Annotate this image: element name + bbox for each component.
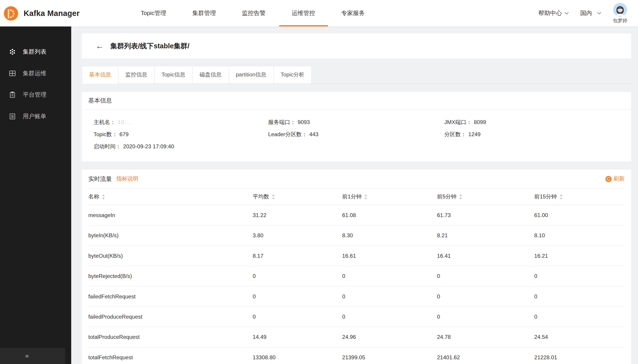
field-value: 443 bbox=[309, 131, 319, 137]
tab-topic-analysis[interactable]: Topic分析 bbox=[273, 66, 312, 84]
cell-metric-name: messageIn bbox=[88, 205, 253, 225]
table-row: byteIn(KB/s) 3.80 8.30 8.21 8.10 bbox=[88, 225, 624, 246]
cell-metric-name: failedProduceRequest bbox=[88, 307, 253, 327]
cell-value: 0 bbox=[342, 307, 437, 327]
sidebar-item-cluster-list[interactable]: 集群列表 bbox=[0, 41, 71, 63]
cell-value: 24.54 bbox=[534, 327, 625, 347]
cluster-ops-icon bbox=[9, 70, 16, 77]
nav-item-expert-service[interactable]: 专家服务 bbox=[334, 0, 372, 26]
breadcrumb-card: ← 集群列表/线下stable集群/ bbox=[82, 33, 631, 58]
cluster-list-icon bbox=[9, 48, 16, 55]
column-header-last-1min[interactable]: 前1分钟 bbox=[342, 188, 437, 205]
cell-value: 16.21 bbox=[534, 246, 625, 266]
sidebar-item-user-bill[interactable]: 用户账单 bbox=[0, 106, 71, 127]
nav-item-monitor-alert[interactable]: 监控告警 bbox=[235, 0, 272, 26]
chevron-down-icon bbox=[565, 10, 569, 14]
field-topic-count: Topic数：679 bbox=[94, 128, 268, 140]
sidebar-item-label: 集群列表 bbox=[23, 48, 46, 56]
sidebar-collapse-button[interactable]: « bbox=[0, 348, 65, 364]
cell-value: 0 bbox=[534, 266, 625, 286]
field-partition-count: 分区数：1249 bbox=[444, 128, 624, 140]
cell-value: 0 bbox=[342, 266, 437, 286]
tab-partition-info[interactable]: partition信息 bbox=[229, 66, 274, 84]
cell-value: 0 bbox=[253, 307, 342, 327]
field-value: 9093 bbox=[298, 119, 310, 125]
sort-icon bbox=[559, 194, 562, 200]
help-center-label: 帮助中心 bbox=[538, 10, 562, 17]
user-menu[interactable]: 包梦婷 bbox=[613, 3, 627, 24]
refresh-button[interactable]: 刷新 bbox=[605, 175, 624, 183]
field-label: 启动时间： bbox=[94, 143, 121, 150]
cell-metric-name: byteOut(KB/s) bbox=[88, 246, 253, 266]
sidebar-item-cluster-ops[interactable]: 集群运维 bbox=[0, 63, 71, 84]
cell-value: 0 bbox=[534, 307, 625, 327]
sidebar-item-label: 集群运维 bbox=[23, 70, 46, 77]
realtime-traffic-panel: 实时流量 指标说明 刷新 bbox=[82, 170, 631, 364]
tab-basic-info[interactable]: 基本信息 bbox=[82, 66, 119, 84]
basic-info-panel: 基本信息 主机名：10.... 服务端口：9093 JMX端口：8099 Top… bbox=[82, 92, 631, 161]
field-label: 服务端口： bbox=[268, 119, 296, 125]
column-header-last-15min[interactable]: 前15分钟 bbox=[534, 188, 625, 205]
table-row: totalProduceRequest 14.49 24.96 24.78 24… bbox=[88, 327, 624, 347]
column-header-last-5min[interactable]: 前5分钟 bbox=[437, 188, 534, 205]
basic-info-fields: 主机名：10.... 服务端口：9093 JMX端口：8099 Topic数：6… bbox=[82, 110, 631, 161]
refresh-label: 刷新 bbox=[614, 175, 625, 183]
field-label: 主机名： bbox=[94, 119, 116, 125]
sidebar-item-label: 平台管理 bbox=[23, 91, 46, 99]
cell-value: 24.96 bbox=[342, 327, 437, 347]
page-title: 集群列表/线下stable集群/ bbox=[110, 41, 189, 51]
cell-value: 0 bbox=[253, 286, 342, 306]
detail-tabs: 基本信息 监控信息 Topic信息 磁盘信息 partition信息 Topic… bbox=[82, 66, 631, 84]
table-row: messageIn 31.22 61.08 61.73 61.00 bbox=[88, 205, 624, 225]
sidebar: 集群列表 集群运维 平 bbox=[0, 26, 71, 364]
region-label: 国内 bbox=[580, 10, 592, 17]
sidebar-item-platform-admin[interactable]: 平台管理 bbox=[0, 84, 71, 106]
header-right: 帮助中心 国内 包梦婷 bbox=[538, 2, 638, 24]
cell-value: 0 bbox=[437, 266, 534, 286]
field-value: 1249 bbox=[468, 131, 481, 137]
metric-doc-link[interactable]: 指标说明 bbox=[116, 175, 138, 183]
sidebar-list: 集群列表 集群运维 平 bbox=[0, 26, 71, 128]
nav-item-topic-management[interactable]: Topic管理 bbox=[134, 0, 173, 26]
region-select[interactable]: 国内 bbox=[580, 10, 600, 17]
help-center-menu[interactable]: 帮助中心 bbox=[538, 10, 568, 17]
field-label: JMX端口： bbox=[444, 119, 472, 125]
column-header-name[interactable]: 名称 bbox=[88, 188, 253, 205]
field-value: 10.... bbox=[118, 119, 132, 125]
nav-item-ops-control[interactable]: 运维管控 bbox=[285, 0, 322, 26]
basic-info-panel-title: 基本信息 bbox=[82, 92, 631, 110]
main-content: ← 集群列表/线下stable集群/ 基本信息 监控信息 Topic信息 磁盘信… bbox=[71, 26, 638, 364]
tab-monitor-info[interactable]: 监控信息 bbox=[118, 66, 155, 84]
cell-value: 8.30 bbox=[342, 225, 437, 246]
sort-icon bbox=[102, 194, 105, 200]
sort-icon bbox=[459, 194, 462, 200]
cell-value: 21228.01 bbox=[534, 347, 625, 364]
cell-metric-name: totalProduceRequest bbox=[88, 327, 253, 347]
table-row: failedProduceRequest 0 0 0 0 bbox=[88, 307, 624, 327]
cell-value: 14.49 bbox=[253, 327, 342, 347]
tab-disk-info[interactable]: 磁盘信息 bbox=[192, 66, 229, 84]
tab-topic-info[interactable]: Topic信息 bbox=[154, 66, 192, 84]
table-row: byteOut(KB/s) 8.17 16.61 16.41 16.21 bbox=[88, 246, 624, 266]
avatar[interactable] bbox=[613, 3, 627, 17]
cell-value: 0 bbox=[437, 286, 534, 306]
platform-admin-icon bbox=[9, 92, 16, 98]
traffic-header: 实时流量 指标说明 刷新 bbox=[82, 170, 631, 188]
sort-icon bbox=[272, 194, 275, 200]
back-button[interactable]: ← bbox=[96, 42, 104, 50]
username-label: 包梦婷 bbox=[613, 18, 627, 24]
cell-value: 16.61 bbox=[342, 246, 437, 266]
collapse-icon: « bbox=[25, 352, 29, 360]
sort-icon bbox=[364, 194, 367, 200]
nav-item-cluster-management[interactable]: 集群管理 bbox=[185, 0, 223, 26]
kafka-manager-logo-icon bbox=[3, 6, 19, 21]
cell-value: 0 bbox=[253, 266, 342, 286]
cell-metric-name: totalFetchRequest bbox=[88, 347, 253, 364]
brand-title: Kafka Manager bbox=[24, 9, 80, 18]
field-value: 679 bbox=[119, 131, 129, 137]
cell-metric-name: byteIn(KB/s) bbox=[88, 225, 253, 246]
column-header-avg[interactable]: 平均数 bbox=[253, 188, 342, 205]
field-leader-partition-count: Leader分区数：443 bbox=[268, 128, 444, 140]
cell-value: 0 bbox=[437, 307, 534, 327]
chevron-down-icon bbox=[597, 10, 601, 14]
